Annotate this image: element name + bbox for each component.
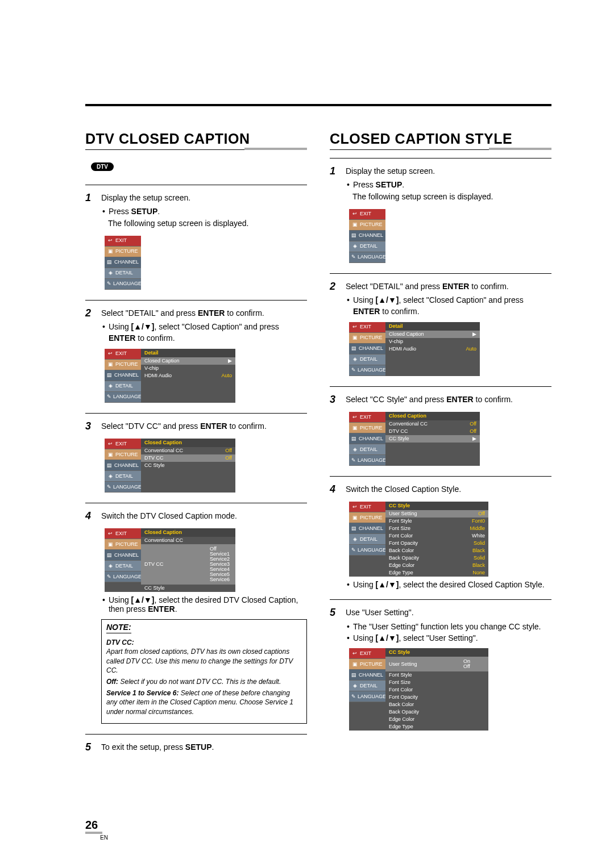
picture-icon: ▣ <box>351 335 358 341</box>
menu-item-exit: ↩EXIT <box>349 502 385 512</box>
menu-detail: ↩EXIT ▣PICTURE ▤CHANNEL ◈DETAIL ✎LANGUAG… <box>105 349 235 403</box>
picture-icon: ▣ <box>107 362 114 368</box>
channel-icon: ▤ <box>351 436 357 441</box>
right-column: CLOSED CAPTION STYLE 1 Display the setup… <box>330 131 551 765</box>
arrow-icon: ↩ <box>351 324 358 330</box>
menu-item-picture: ▣PICTURE <box>105 247 141 257</box>
menu-item-language: ✎LANGUAGE <box>349 365 385 376</box>
arrow-icon: ↩ <box>107 238 114 244</box>
menu-cc-style: ↩EXIT ▣PICTURE ▤CHANNEL ◈DETAIL ✎LANGUAG… <box>349 502 488 577</box>
step-text: Display the setup screen. <box>346 165 551 177</box>
language-icon: ✎ <box>351 254 356 260</box>
menu-row: Font ColorWhite <box>385 532 488 540</box>
menu-item-channel: ▤CHANNEL <box>349 344 385 354</box>
menu-dropdown: On Off <box>461 658 485 670</box>
picture-icon: ▣ <box>351 515 358 520</box>
step-number: 4 <box>85 510 96 524</box>
menu-header: Detail <box>141 349 235 357</box>
step-bullet: Using [▲/▼], select the desired DTV Clos… <box>109 595 307 614</box>
step-right-4: 4 Switch the Closed Caption Style. ↩EXIT… <box>330 483 551 589</box>
step-left-2: 2 Select "DETAIL" and press ENTER to con… <box>85 307 307 403</box>
menu-item-exit: ↩EXIT <box>105 236 141 247</box>
menu-row: Back Opacity <box>385 708 488 716</box>
channel-icon: ▤ <box>107 260 113 265</box>
separator <box>330 273 551 274</box>
menu-row: CC Style <box>141 585 235 592</box>
detail-icon: ◈ <box>351 683 358 688</box>
menu-closed-caption: ↩EXIT ▣PICTURE ▤CHANNEL ◈DETAIL ✎LANGUAG… <box>349 412 480 466</box>
menu-item-channel: ▤CHANNEL <box>105 370 141 381</box>
separator <box>85 413 307 414</box>
arrow-icon: ↩ <box>107 351 114 357</box>
dtv-badge: DTV <box>91 162 114 171</box>
separator <box>85 300 307 301</box>
step-bullet: Using [▲/▼], select the desired Closed C… <box>353 580 545 589</box>
menu-row: Edge ColorBlack <box>385 562 488 569</box>
menu-item-language: ✎LANGUAGE <box>349 545 385 556</box>
menu-detail: ↩EXIT ▣PICTURE ▤CHANNEL ◈DETAIL ✎LANGUAG… <box>349 322 480 376</box>
menu-item-exit: ↩EXIT <box>105 349 141 360</box>
detail-icon: ◈ <box>351 536 358 542</box>
menu-item-picture: ▣PICTURE <box>349 659 385 670</box>
section-title-left: DTV CLOSED CAPTION <box>85 131 307 150</box>
note-text: Service 1 to Service 6: Select one of th… <box>106 688 302 716</box>
step-number: 2 <box>330 281 340 318</box>
language-icon: ✎ <box>351 694 356 699</box>
menu-item-language: ✎LANGUAGE <box>105 571 141 582</box>
arrow-icon: ↩ <box>351 414 358 420</box>
menu-header: CC Style <box>385 502 488 510</box>
step-text: Switch the Closed Caption Style. <box>346 483 551 495</box>
menu-item-language: ✎LANGUAGE <box>105 392 141 403</box>
step-right-2: 2 Select "DETAIL" and press ENTER to con… <box>330 281 551 376</box>
menu-row: Font OpacitySolid <box>385 540 488 547</box>
section-title-right: CLOSED CAPTION STYLE <box>330 131 551 150</box>
menu-item-exit: ↩EXIT <box>349 209 385 220</box>
separator <box>85 185 307 185</box>
separator <box>85 503 307 503</box>
language-icon: ✎ <box>107 394 111 400</box>
menu-item-channel: ▤CHANNEL <box>105 550 141 561</box>
menu-item-detail: ◈DETAIL <box>105 561 141 571</box>
menu-dtv-cc-options: ↩EXIT ▣PICTURE ▤CHANNEL ◈DETAIL ✎LANGUAG… <box>105 528 235 592</box>
step-after: The following setup screen is displayed. <box>108 218 307 229</box>
step-left-5: 5 To exit the setup, press SETUP. <box>85 741 307 755</box>
menu-header: Closed Caption <box>385 412 480 420</box>
note-subtitle: DTV CC: <box>106 638 302 647</box>
menu-row: Conventional CC <box>141 537 235 544</box>
menu-item-detail: ◈DETAIL <box>349 681 385 691</box>
language-icon: ✎ <box>107 281 111 287</box>
step-left-3: 3 Select "DTV CC" and press ENTER to con… <box>85 420 307 493</box>
menu-row: DTV CC Off Service1 Service2 Service3 Se… <box>141 544 235 585</box>
separator <box>330 158 551 158</box>
menu-item-channel: ▤CHANNEL <box>349 433 385 444</box>
step-number: 1 <box>330 165 340 205</box>
chevron-right-icon: ▶ <box>472 332 476 337</box>
step-text: Display the setup screen. <box>101 192 307 203</box>
language-icon: ✎ <box>351 368 356 373</box>
menu-dropdown: Off Service1 Service2 Service3 Service4 … <box>208 545 232 583</box>
channel-icon: ▤ <box>351 346 357 352</box>
menu-item-detail: ◈DETAIL <box>105 268 141 279</box>
menu-row: CC Style▶ <box>385 435 480 443</box>
step-text: Select "CC Style" and press ENTER to con… <box>346 394 551 405</box>
menu-row: Font SizeMiddle <box>385 525 488 532</box>
menu-row: V-chip <box>385 338 480 345</box>
menu-item-language: ✎LANGUAGE <box>349 691 385 702</box>
menu-row: Font StyleFont0 <box>385 518 488 525</box>
step-bullet: Using [▲/▼], select "Closed Caption" and… <box>353 294 551 318</box>
menu-row: Font Style <box>385 671 488 679</box>
menu-item-channel: ▤CHANNEL <box>349 670 385 681</box>
step-bullet: Using [▲/▼], select "Closed Caption" and… <box>109 321 307 344</box>
menu-row: User SettingOff <box>385 510 488 518</box>
menu-item-detail: ◈DETAIL <box>349 444 385 455</box>
menu-row: User Setting On Off <box>385 657 488 671</box>
menu-item-picture: ▣PICTURE <box>349 423 385 433</box>
menu-row: Edge TypeNone <box>385 569 488 577</box>
arrow-icon: ↩ <box>351 504 358 510</box>
menu-item-picture: ▣PICTURE <box>349 220 385 231</box>
menu-setup-sidebar: ↩EXIT ▣PICTURE ▤CHANNEL ◈DETAIL ✎LANGUAG… <box>105 236 141 290</box>
menu-row: Closed Caption▶ <box>385 331 480 338</box>
detail-icon: ◈ <box>351 357 358 362</box>
channel-icon: ▤ <box>351 672 357 678</box>
menu-row: V-chip <box>141 365 235 372</box>
